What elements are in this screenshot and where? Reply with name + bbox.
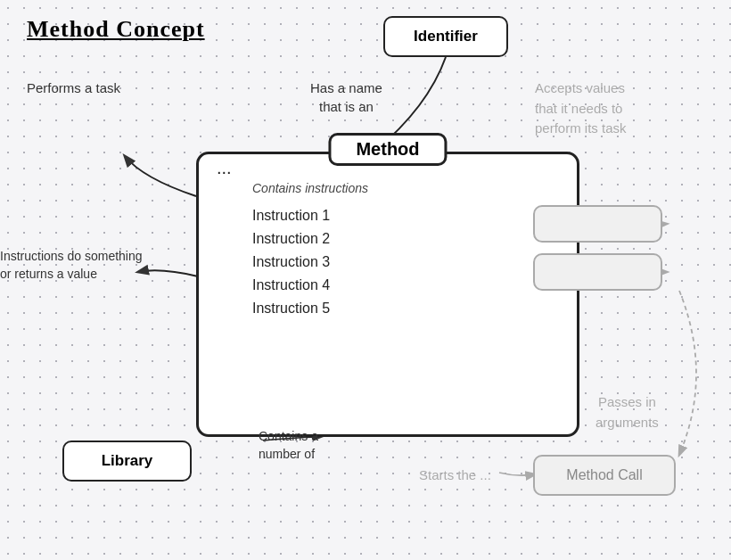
instruction-5: Instruction 5 — [252, 301, 330, 317]
library-label: Library — [102, 452, 153, 470]
method-call-label: Method Call — [566, 467, 642, 483]
identifier-box: Identifier — [383, 16, 508, 57]
contains-label: Contains instructions — [252, 181, 368, 195]
instruction-3: Instruction 3 — [252, 254, 330, 270]
page-title: Method Concept — [27, 16, 205, 43]
identifier-label: Identifier — [414, 28, 478, 45]
method-header: Method — [328, 133, 447, 166]
instructions-list: Instruction 1 Instruction 2 Instruction … — [252, 208, 330, 324]
starts-the-label: Starts the ... — [419, 465, 491, 486]
instruction-2: Instruction 2 — [252, 231, 330, 247]
method-call-box: Method Call — [533, 455, 676, 496]
page-container: Method Concept Identifier Performs a tas… — [0, 0, 731, 560]
instruction-4: Instruction 4 — [252, 277, 330, 293]
param-box-1 — [533, 205, 662, 243]
has-name-label: Has a name that is an — [310, 78, 382, 116]
library-box: Library — [62, 441, 192, 482]
passes-in-label: Passes in arguments — [595, 392, 659, 432]
performs-task-label: Performs a task — [27, 78, 120, 97]
instructions-do-label: Instructions do something or returns a v… — [0, 248, 187, 283]
instruction-1: Instruction 1 — [252, 208, 330, 224]
method-box: Method Contains instructions Instruction… — [196, 152, 579, 437]
param-box-2 — [533, 253, 662, 291]
accepts-values-label: Accepts values that it needs to perform … — [535, 78, 627, 139]
contains-number-label: Contains a number of — [259, 428, 318, 463]
